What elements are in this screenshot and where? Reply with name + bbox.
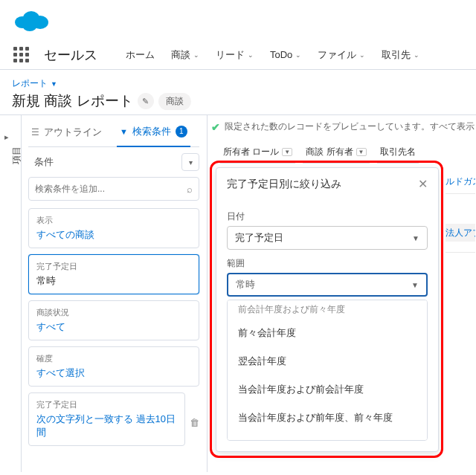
edit-title-button[interactable]: ✎ <box>138 93 154 109</box>
search-input[interactable] <box>35 184 187 194</box>
filter-card-custom[interactable]: 完了予定日 次の文字列と一致する 過去10日間 <box>28 392 185 446</box>
date-field-select[interactable]: 完了予定日 ▼ <box>227 226 428 250</box>
filter-panel: 条件 ▾ ⌕ 表示 すべての商談 完了予定日 常時 商談状況 すべて 確度 すべ… <box>28 147 199 452</box>
row-fragment[interactable]: ルドガス <box>446 172 475 190</box>
filter-menu-button[interactable]: ▾ <box>181 153 199 171</box>
preview-banner: ✔ 限定された数のレコードをプレビューしています。すべて表示 <box>211 120 475 133</box>
check-icon: ✔ <box>211 121 220 133</box>
dropdown-option[interactable]: 翌会計年度 <box>228 347 427 375</box>
row-fragment[interactable]: 法人アプ <box>446 224 475 242</box>
chevron-down-icon[interactable]: ▼ <box>356 148 367 156</box>
column-headers: 所有者 ロール▼ 商談 所有者▼ 取引先名 <box>220 141 419 164</box>
breadcrumb[interactable]: レポート▼ <box>12 77 464 90</box>
chevron-down-icon: ▾ <box>189 158 193 167</box>
chevron-down-icon[interactable]: ▼ <box>282 148 292 156</box>
add-filter-search[interactable]: ⌕ <box>28 177 199 201</box>
chevron-down-icon: ⌄ <box>193 51 199 59</box>
range-field-select[interactable]: 常時 ▼ <box>227 273 428 297</box>
tab-filters[interactable]: ▼ 検索条件 1 <box>117 117 190 147</box>
filter-card-probability[interactable]: 確度 すべて選択 <box>28 346 199 387</box>
pencil-icon: ✎ <box>142 97 149 106</box>
app-launcher-icon[interactable] <box>13 47 29 62</box>
dropdown-option[interactable]: 当会計年度および前会計年度 <box>228 375 427 404</box>
tab-outline[interactable]: ☰ アウトライン <box>28 126 105 139</box>
nav-contacts[interactable]: 取引先⌄ <box>382 48 419 62</box>
panel-heading: 条件 <box>34 155 54 169</box>
chevron-down-icon: ⌄ <box>414 51 419 59</box>
delete-filter-button[interactable]: 🗑 <box>190 417 199 428</box>
date-field-label: 日付 <box>227 210 428 223</box>
popover-title: 完了予定日別に絞り込み <box>227 178 341 191</box>
column-opp-owner[interactable]: 商談 所有者▼ <box>303 141 369 164</box>
chevron-down-icon: ⌄ <box>359 51 365 59</box>
chevron-down-icon: ▼ <box>411 281 419 289</box>
chevron-down-icon: ⌄ <box>295 51 301 59</box>
dropdown-option[interactable]: 前々会計年度 <box>228 319 427 347</box>
filter-count-badge: 1 <box>176 126 187 138</box>
svg-point-3 <box>22 19 37 31</box>
filter-card-show[interactable]: 表示 すべての商談 <box>28 208 199 248</box>
chevron-down-icon: ▼ <box>412 234 419 242</box>
global-nav: セールス ホーム 商談⌄ リード⌄ ToDo⌄ ファイル⌄ 取引先⌄ <box>0 40 476 70</box>
outline-icon: ☰ <box>31 127 39 138</box>
column-account[interactable]: 取引先名 <box>377 141 419 164</box>
app-name: セールス <box>44 46 97 64</box>
fields-side-tab[interactable]: ▸ 項目 <box>0 125 28 138</box>
nav-leads[interactable]: リード⌄ <box>216 48 254 62</box>
nav-files[interactable]: ファイル⌄ <box>318 48 365 62</box>
funnel-icon: ▼ <box>120 127 128 136</box>
report-header: レポート▼ 新規 商談 レポート ✎ 商談 <box>12 77 464 111</box>
nav-home[interactable]: ホーム <box>126 48 155 62</box>
search-icon: ⌕ <box>187 184 193 195</box>
filter-card-stage[interactable]: 商談状況 すべて <box>28 300 199 340</box>
trash-icon: 🗑 <box>190 417 199 428</box>
range-field-label: 範囲 <box>227 257 428 270</box>
close-icon: ✕ <box>418 178 428 190</box>
range-dropdown[interactable]: 前会計年度および前々年度 前々会計年度 翌会計年度 当会計年度および前会計年度 … <box>227 300 428 441</box>
close-button[interactable]: ✕ <box>418 177 428 191</box>
report-type-chip: 商談 <box>158 93 191 110</box>
builder-tabs: ☰ アウトライン ▼ 検索条件 1 <box>28 117 199 147</box>
filter-card-close-date[interactable]: 完了予定日 常時 <box>28 254 199 294</box>
nav-todo[interactable]: ToDo⌄ <box>270 49 301 60</box>
date-filter-popover: 完了予定日別に絞り込み ✕ 日付 完了予定日 ▼ 範囲 常時 ▼ 前会計年度およ… <box>216 167 439 452</box>
column-owner-role[interactable]: 所有者 ロール▼ <box>220 141 295 164</box>
chevron-down-icon: ⌄ <box>248 51 254 59</box>
dropdown-option[interactable]: 当会計年度および前年度、前々年度 <box>228 404 427 432</box>
page-title: 新規 商談 レポート <box>12 91 133 111</box>
nav-opportunities[interactable]: 商談⌄ <box>171 48 199 62</box>
caret-right-icon: ▸ <box>4 132 9 142</box>
dropdown-option[interactable]: 前会計年度および前々年度 <box>228 300 427 319</box>
dropdown-option[interactable]: 当会計年度および翌会計年度 <box>228 432 427 441</box>
salesforce-logo <box>13 7 49 35</box>
